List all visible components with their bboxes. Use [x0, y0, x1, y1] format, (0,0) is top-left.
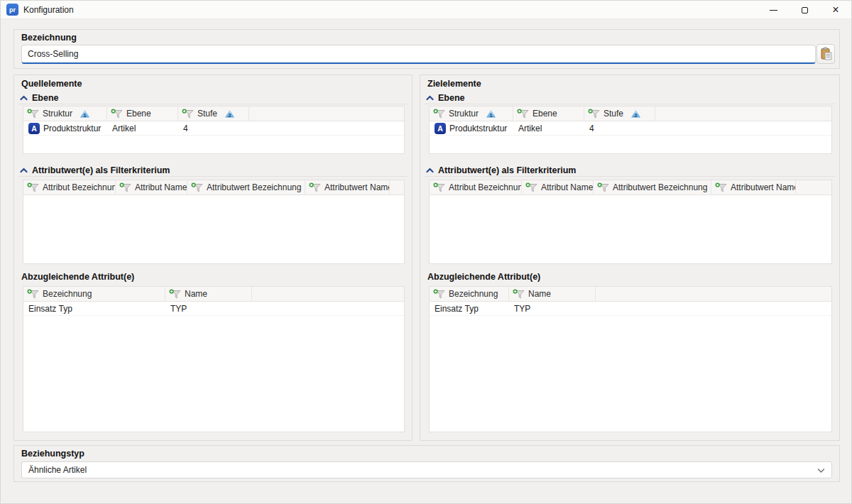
filter-icon[interactable] [309, 182, 321, 192]
column-header-bezeichnung[interactable]: Bezeichnung [430, 287, 509, 301]
cell-name: TYP [514, 304, 530, 314]
filter-section-label: Attributwert(e) als Filterkriterium [32, 165, 170, 175]
filter-icon[interactable] [182, 109, 194, 119]
column-label: Attribut Name [135, 182, 187, 192]
filter-icon[interactable] [119, 182, 131, 192]
filterkriterium-table: Attribut Bezeichnung Attribut Name Attri… [429, 180, 832, 264]
column-label: Attribut Name [541, 182, 593, 192]
zielelemente-panel: Zielelemente Ebene Struktur 1 Ebene Stuf… [420, 75, 840, 441]
filter-icon[interactable] [715, 182, 727, 192]
filter-icon[interactable] [27, 289, 39, 299]
paste-button[interactable] [816, 44, 835, 64]
sort-order-icon: 2 [225, 110, 234, 118]
beziehungstyp-dropdown[interactable]: Ähnliche Artikel [21, 461, 832, 478]
column-header-attribut-name[interactable]: Attribut Name [522, 180, 594, 195]
table-row[interactable]: AProduktstruktur Artikel 4 [23, 121, 404, 136]
column-label: Bezeichnung [43, 289, 92, 299]
chevron-up-icon [20, 95, 28, 101]
column-label: Stufe [604, 109, 623, 119]
close-button[interactable]: × [820, 1, 851, 19]
column-label: Attributwert Name [731, 182, 796, 192]
column-header-attributwert-name[interactable]: Attributwert Name [711, 180, 796, 195]
cell-ebene: Artikel [518, 124, 542, 133]
column-header-attribut-bezeichnung[interactable]: Attribut Bezeichnung [430, 180, 522, 195]
column-header-struktur[interactable]: Struktur 1 [23, 106, 107, 121]
attributes-section-label: Abzugleichende Attribut(e) [427, 272, 540, 282]
column-header-attributwert-name[interactable]: Attributwert Name [305, 180, 390, 195]
filter-icon[interactable] [433, 109, 445, 119]
abzugleichende-attribute-table: Bezeichnung Name Einsatz Typ TYP [429, 286, 832, 432]
filter-icon[interactable] [597, 182, 609, 192]
cell-name: TYP [170, 304, 187, 314]
clipboard-paste-icon [819, 47, 833, 61]
attributes-table-header: Bezeichnung Name [23, 287, 404, 302]
chevron-up-icon [426, 95, 434, 101]
filter-icon[interactable] [433, 289, 445, 299]
column-header-filler [390, 180, 404, 195]
column-label: Struktur [43, 109, 72, 119]
filter-icon[interactable] [525, 182, 537, 192]
maximize-button[interactable] [789, 1, 820, 19]
table-row[interactable]: AProduktstruktur Artikel 4 [430, 121, 831, 136]
filter-icon[interactable] [588, 109, 600, 119]
column-header-struktur[interactable]: Struktur 1 [430, 106, 513, 121]
column-header-attributwert-bezeichnung[interactable]: Attributwert Bezeichnung [594, 180, 711, 195]
maximize-icon [802, 7, 808, 13]
bezeichnung-groupbox: Bezeichnung [13, 29, 840, 69]
titlebar: pr Konfiguration × [1, 1, 851, 19]
filter-icon[interactable] [517, 109, 529, 119]
article-type-icon: A [435, 123, 446, 134]
sort-order-icon: 1 [486, 110, 496, 118]
cell-stufe: 4 [183, 124, 188, 133]
column-label: Attributwert Bezeichnung [207, 182, 301, 192]
quellelemente-title: Quellelemente [21, 79, 82, 89]
filterkriterium-table: Attribut Bezeichnung Attribut Name Attri… [23, 180, 405, 264]
app-icon: pr [6, 4, 18, 16]
column-header-attribut-name[interactable]: Attribut Name [116, 180, 187, 195]
filter-icon[interactable] [27, 182, 39, 192]
column-header-name[interactable]: Name [165, 287, 252, 301]
column-header-ebene[interactable]: Ebene [107, 106, 178, 121]
column-header-stufe[interactable]: Stufe 2 [178, 106, 249, 121]
table-row[interactable]: Einsatz Typ TYP [23, 302, 404, 316]
window-controls: × [758, 1, 851, 19]
chevron-down-icon [817, 468, 825, 473]
column-header-attributwert-bezeichnung[interactable]: Attributwert Bezeichnung [187, 180, 305, 195]
filter-icon[interactable] [433, 182, 445, 192]
attributes-section-label: Abzugleichende Attribut(e) [21, 272, 134, 282]
column-header-name[interactable]: Name [509, 287, 596, 301]
column-label: Ebene [532, 109, 557, 119]
filter-icon[interactable] [111, 109, 123, 119]
ebene-section-label: Ebene [32, 93, 59, 103]
filter-icon[interactable] [169, 289, 181, 299]
filter-icon[interactable] [191, 182, 203, 192]
article-type-icon: A [28, 123, 40, 134]
cell-struktur: Produktstruktur [43, 124, 101, 133]
column-header-ebene[interactable]: Ebene [513, 106, 584, 121]
column-header-bezeichnung[interactable]: Bezeichnung [23, 287, 165, 301]
column-header-stufe[interactable]: Stufe 2 [584, 106, 655, 121]
column-header-filler [252, 287, 404, 301]
column-label: Name [528, 289, 551, 299]
bezeichnung-input[interactable] [21, 45, 816, 64]
window-title: Konfiguration [23, 5, 74, 15]
column-label: Struktur [449, 109, 479, 119]
column-header-filler [655, 106, 831, 121]
column-label: Stufe [197, 109, 217, 119]
beziehungstyp-label: Beziehungstyp [21, 449, 84, 459]
column-header-attribut-bezeichnung[interactable]: Attribut Bezeichnung [23, 180, 116, 195]
cell-bezeichnung: Einsatz Typ [435, 304, 479, 314]
minimize-button[interactable] [758, 1, 789, 19]
ebene-section-header[interactable]: Ebene [425, 92, 835, 104]
ebene-table: Struktur 1 Ebene Stufe 2 AProduktstruktu… [429, 106, 832, 154]
cell-struktur: Produktstruktur [449, 124, 507, 133]
column-label: Bezeichnung [449, 289, 498, 299]
ebene-section-header[interactable]: Ebene [18, 92, 408, 104]
table-row[interactable]: Einsatz Typ TYP [430, 302, 831, 316]
filter-icon[interactable] [27, 109, 39, 119]
filter-icon[interactable] [513, 289, 525, 299]
column-label: Name [185, 289, 207, 299]
filter-section-header[interactable]: Attributwert(e) als Filterkriterium [18, 164, 408, 177]
beziehungstyp-groupbox: Beziehungstyp Ähnliche Artikel [13, 445, 840, 482]
filter-section-header[interactable]: Attributwert(e) als Filterkriterium [425, 164, 835, 177]
